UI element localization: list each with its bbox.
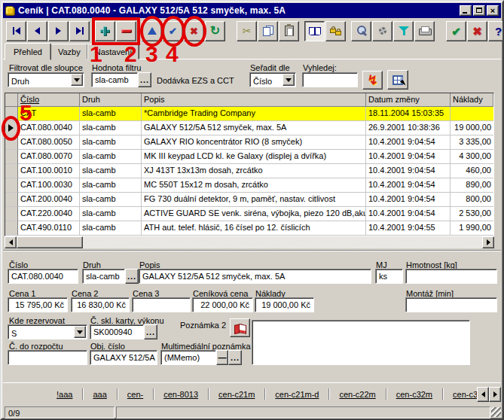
tab-prehled[interactable]: Přehled [5,43,51,60]
nav-last-button[interactable] [69,21,90,41]
scroll-left-button[interactable] [5,236,17,248]
multimedia-ellipsis-button[interactable]: ... [228,350,242,365]
table-row[interactable]: CAT.080.0050 sla-camb GALAXY RIO koncent… [5,135,493,150]
table-row[interactable]: CAT.200.0040 sla-camb FG 730 duální dete… [5,193,493,207]
cell-popis: GALAXY RIO koncentrátor RIO (8 smyček) [142,135,366,150]
column-header-druh[interactable]: Druh [80,93,142,107]
cancel-edit-button[interactable]: ✖ [184,21,204,41]
column-header-datum[interactable]: Datum změny [366,93,451,107]
cenikova-field[interactable]: 22 000,00 Kč [192,297,253,312]
multimedia-remove-button[interactable]: — [216,350,228,365]
refresh-button[interactable]: ↻ [205,21,225,41]
help-button[interactable]: ? [488,21,504,41]
cena3-field[interactable] [132,297,191,312]
ok-button[interactable]: ✔ [446,21,466,41]
bottom-tab[interactable]: cen-8013 [154,390,208,399]
cena1-field[interactable]: 15 795,00 Kč [8,297,68,312]
nav-prior-button[interactable] [27,21,47,41]
cut-button[interactable]: ✂ [237,21,257,41]
montaz-field[interactable] [405,297,497,312]
column-header-popis[interactable]: Popis [142,93,366,107]
row-selector[interactable] [5,107,18,121]
close-button[interactable]: × [487,5,499,16]
multimedia-field[interactable]: (MMemo) [160,350,216,365]
druh-field[interactable]: sla-camb [82,269,125,284]
poznamka2-notes-button[interactable] [230,318,250,337]
bottom-tab[interactable]: cen-c21m-d [265,390,328,399]
permissions-button[interactable] [325,21,346,41]
cislo-field[interactable]: CAT.080.0040 [8,269,78,284]
quick-search-button[interactable]: ↯ [362,71,383,90]
row-selector[interactable] [5,164,18,178]
druh-ellipsis-button[interactable]: ... [125,269,139,284]
tabs-scroll-left-button[interactable] [477,387,489,402]
row-selector[interactable] [5,135,18,150]
chevron-down-icon[interactable] [74,326,86,338]
cena2-field[interactable]: 16 830,00 Kč [71,297,130,312]
nav-first-button[interactable] [6,21,26,41]
delete-record-button[interactable] [116,21,136,41]
maximize-button[interactable] [473,5,485,16]
table-row[interactable]: CAT.490.0110 sla-camb ATH aut. telef. hl… [5,221,493,236]
bottom-tab[interactable]: cen- [118,390,153,399]
bottom-tab[interactable]: cen-c22m [329,390,385,399]
search-button[interactable] [351,21,371,41]
grid-export-button[interactable] [387,70,408,90]
insert-record-button[interactable] [95,21,115,41]
bottom-tab[interactable]: cen-c3 [443,390,477,399]
print-button[interactable] [414,21,435,41]
table-row-group-header[interactable]: CAT sla-camb *Cambridge Trading Company … [5,107,493,121]
hmotnost-field[interactable] [405,269,497,284]
chevron-down-icon[interactable] [71,74,83,86]
bottom-tab[interactable]: cen-c32m [386,390,442,399]
scrollbar-thumb[interactable] [17,236,83,248]
popis-field[interactable]: GALAXY 512/5A 512 smyček, max. 5A [139,269,371,284]
settings-button[interactable] [372,21,393,41]
filter-value-ellipsis-button[interactable]: ... [138,72,151,87]
mj-field[interactable]: ks [375,269,403,284]
tab-vazby[interactable]: Vazby [50,44,88,59]
skl-karty-ellipsis-button[interactable]: ... [144,324,157,339]
naklady-field[interactable]: 19 000,00 Kč [255,297,314,312]
resize-grip[interactable] [491,407,501,417]
bottom-tab[interactable]: !aaa [47,390,82,399]
filter-value-input[interactable]: sla-camb [91,72,138,87]
table-row[interactable]: CAT.220.0040 sla-camb ACTIVE GUARD SE ve… [5,207,493,221]
sort-select[interactable]: Číslo [249,72,296,87]
kde-rezervovat-select[interactable]: S [8,324,87,339]
scroll-right-button[interactable] [482,236,494,248]
tabs-scroll-right-button[interactable] [489,387,501,402]
rozpocet-field[interactable] [8,350,87,365]
table-horizontal-scrollbar[interactable] [5,236,494,248]
paste-button[interactable] [279,21,299,41]
post-edit-button[interactable]: ✔ [163,21,183,41]
row-selector[interactable] [5,221,18,236]
row-selector[interactable] [5,193,18,207]
row-selector[interactable] [5,150,18,164]
scrollbar-track[interactable] [83,236,482,248]
table-row-selected[interactable]: CAT.080.0040 sla-camb GALAXY 512/5A 512 … [5,121,493,135]
search-input[interactable] [302,72,358,87]
skl-karty-field[interactable]: SK000940 [90,324,144,339]
chevron-down-icon[interactable] [283,74,295,86]
catalog-book-button[interactable] [304,21,325,41]
nav-next-button[interactable] [48,21,69,41]
table-row[interactable]: CAT.100.0010 sla-camb XJ 413T 13x13m dos… [5,164,493,178]
bottom-tab[interactable]: cen-c21m [209,390,264,399]
poznamka2-textarea[interactable] [252,320,470,365]
row-selector[interactable] [5,178,18,193]
filter-column-select[interactable]: Druh [8,72,84,87]
minimize-button[interactable] [460,5,472,16]
close-form-button[interactable]: ✖ [467,21,487,41]
table-row[interactable]: CAT.100.0030 sla-camb MC 550T 15x12 m do… [5,178,493,193]
filter-button[interactable] [393,21,414,41]
column-header-naklady[interactable]: Náklady [451,93,493,107]
table-row[interactable]: CAT.080.0070 sla-camb MK III keypad LCD … [5,150,493,164]
funnel-icon [399,26,409,36]
obj-cislo-field[interactable]: GALAXY 512/5A [90,350,157,365]
edit-record-button[interactable] [142,21,162,41]
row-selector[interactable] [5,207,18,221]
copy-button[interactable] [258,21,278,41]
row-selector[interactable] [5,121,18,135]
bottom-tab[interactable]: aaa [83,390,116,399]
